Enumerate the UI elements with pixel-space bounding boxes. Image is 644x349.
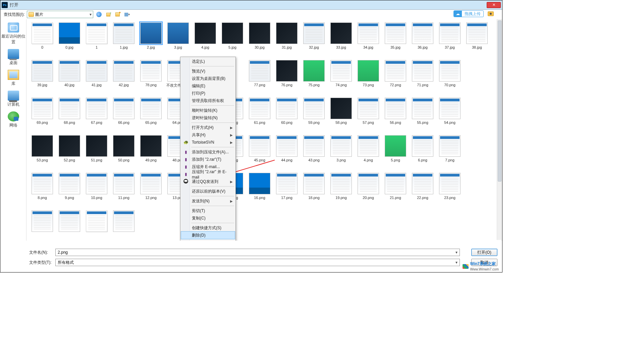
file-thumbnail[interactable]: 42.jpg (111, 59, 137, 96)
file-thumbnail[interactable]: 60.png (274, 96, 300, 134)
file-thumbnail[interactable]: 53.png (29, 134, 55, 171)
camera-icon[interactable] (488, 11, 494, 16)
file-thumbnail[interactable]: 69.png (29, 96, 55, 134)
file-thumbnail[interactable]: 77.png (247, 59, 273, 96)
context-menu-item[interactable]: 打印(P) (181, 90, 235, 97)
file-thumbnail[interactable]: 31.jpg (274, 21, 300, 59)
file-thumbnail[interactable]: 73.png (355, 59, 381, 96)
file-thumbnail[interactable]: 54.png (437, 96, 463, 134)
context-menu-item[interactable]: 重命名(M) (181, 239, 235, 241)
file-thumbnail[interactable]: 71.png (410, 59, 436, 96)
context-menu-item[interactable]: ▮压缩到 "2.rar" 并 E-mail (181, 170, 235, 178)
context-menu-item[interactable]: 管理员取得所有权 (181, 97, 235, 104)
file-thumbnail[interactable]: 2.jpg (138, 21, 164, 59)
file-thumbnail[interactable]: 20.png (355, 171, 381, 209)
file-list-area[interactable]: 00.jpg11.jpg2.jpg3.jpg4.jpg5.jpg30.jpg31… (26, 19, 502, 241)
file-thumbnail[interactable]: 55.png (410, 96, 436, 134)
context-menu-item[interactable]: 通过QQ发送到▶ (181, 178, 235, 185)
file-thumbnail[interactable]: 72.png (382, 59, 409, 96)
context-menu-item[interactable]: 设置为桌面背景(B) (181, 75, 235, 82)
context-menu-item[interactable]: 删除(D) (181, 232, 235, 239)
file-thumbnail[interactable]: 67.png (84, 96, 110, 134)
cloud-upload-button[interactable]: ☁ 拖拽上传 (453, 10, 484, 17)
file-thumbnail[interactable]: 1 (84, 21, 110, 59)
places-item[interactable]: 库 (0, 68, 26, 89)
context-menu-item[interactable]: 选定(L) (181, 58, 235, 65)
file-thumbnail[interactable]: 70.png (437, 59, 463, 96)
file-thumbnail[interactable]: 0 (29, 21, 55, 59)
file-thumbnail[interactable]: 21.png (382, 171, 409, 209)
open-button[interactable]: 打开(O) (471, 249, 497, 256)
back-button[interactable] (95, 11, 103, 18)
file-thumbnail[interactable]: 10.png (84, 171, 110, 209)
file-thumbnail[interactable]: 33.jpg (328, 21, 354, 59)
file-thumbnail[interactable]: 51.png (84, 134, 110, 171)
context-menu-item[interactable]: 剪切(T) (181, 207, 235, 214)
file-thumbnail[interactable]: 45.png (247, 134, 273, 171)
file-thumbnail[interactable]: 39.jpg (29, 59, 55, 96)
file-thumbnail[interactable]: 65.png (138, 96, 164, 134)
file-thumbnail[interactable]: 56.png (382, 96, 409, 134)
file-thumbnail[interactable]: 76.png (274, 59, 300, 96)
file-thumbnail[interactable]: 68.png (56, 96, 83, 134)
file-thumbnail[interactable]: 50.png (111, 134, 137, 171)
context-menu-item[interactable]: ▮添加到压缩文件(A)... (181, 148, 235, 156)
file-thumbnail[interactable]: 41.jpg (84, 59, 110, 96)
file-thumbnail[interactable]: 34.jpg (355, 21, 381, 59)
file-thumbnail[interactable]: 11.png (111, 171, 137, 209)
context-menu-item[interactable]: 复制(C) (181, 214, 235, 222)
file-thumbnail[interactable]: 5.jpg (219, 21, 246, 59)
file-thumbnail[interactable]: 40.jpg (56, 59, 83, 96)
context-menu-item[interactable]: 顺时针旋转(K) (181, 107, 235, 114)
file-thumbnail[interactable]: 30.jpg (247, 21, 273, 59)
file-thumbnail[interactable]: 3.jpg (165, 21, 191, 59)
file-thumbnail[interactable]: 59.png (301, 96, 327, 134)
places-item[interactable]: 计算机 (0, 89, 26, 110)
filetype-select[interactable]: 所有格式 ▾ (55, 259, 460, 266)
file-thumbnail[interactable]: 18.png (301, 171, 327, 209)
file-thumbnail[interactable]: 66.png (111, 96, 137, 134)
places-item[interactable]: 网络 (0, 110, 26, 131)
file-thumbnail[interactable]: 43.png (301, 134, 327, 171)
file-thumbnail[interactable]: 57.png (355, 96, 381, 134)
file-thumbnail[interactable]: 58.png (328, 96, 354, 134)
file-thumbnail[interactable]: 8.png (29, 171, 55, 209)
file-thumbnail[interactable] (56, 209, 83, 241)
file-thumbnail[interactable] (111, 209, 137, 241)
file-thumbnail[interactable]: 37.jpg (437, 21, 463, 59)
places-item[interactable]: 桌面 (0, 48, 26, 68)
context-menu-item[interactable]: 共享(H)▶ (181, 131, 235, 139)
context-menu-item[interactable]: 预览(V) (181, 67, 235, 75)
places-item[interactable]: 最近访问的位置 (0, 21, 26, 48)
file-thumbnail[interactable]: 38.jpg (464, 21, 490, 59)
file-thumbnail[interactable]: 36.jpg (410, 21, 436, 59)
up-one-level-button[interactable] (105, 11, 112, 18)
view-menu-button[interactable]: ▼ (123, 11, 131, 18)
context-menu-item[interactable]: 逆时针旋转(N) (181, 114, 235, 121)
context-menu-item[interactable]: 还原以前的版本(V) (181, 188, 235, 195)
file-thumbnail[interactable] (29, 209, 55, 241)
context-menu[interactable]: 选定(L)预览(V)设置为桌面背景(B)编辑(E)打印(P)管理员取得所有权顺时… (180, 57, 236, 241)
context-menu-item[interactable]: 创建快捷方式(S) (181, 224, 235, 232)
file-thumbnail[interactable]: 12.png (138, 171, 164, 209)
file-thumbnail[interactable]: 44.png (274, 134, 300, 171)
file-thumbnail[interactable]: 23.png (437, 171, 463, 209)
file-thumbnail[interactable]: 16.png (247, 171, 273, 209)
file-thumbnail[interactable]: 74.png (328, 59, 354, 96)
vertical-scrollbar[interactable] (497, 19, 502, 240)
file-thumbnail[interactable]: 6.png (410, 134, 436, 171)
file-thumbnail[interactable]: 5.png (382, 134, 409, 171)
filename-input[interactable]: 2.png ▾ (55, 249, 460, 256)
lookin-dropdown[interactable]: 图片 ▾ (27, 11, 93, 18)
file-thumbnail[interactable]: 7.png (437, 134, 463, 171)
file-thumbnail[interactable]: 22.png (410, 171, 436, 209)
context-menu-item[interactable]: 编辑(E) (181, 82, 235, 90)
file-thumbnail[interactable]: 4.png (355, 134, 381, 171)
file-thumbnail[interactable]: 17.png (274, 171, 300, 209)
file-thumbnail[interactable]: 75.png (301, 59, 327, 96)
file-thumbnail[interactable]: 9.png (56, 171, 83, 209)
file-thumbnail[interactable]: 61.png (247, 96, 273, 134)
scrollbar-thumb[interactable] (498, 20, 501, 182)
context-menu-item[interactable]: 打开方式(H)▶ (181, 124, 235, 131)
file-thumbnail[interactable]: 19.png (328, 171, 354, 209)
